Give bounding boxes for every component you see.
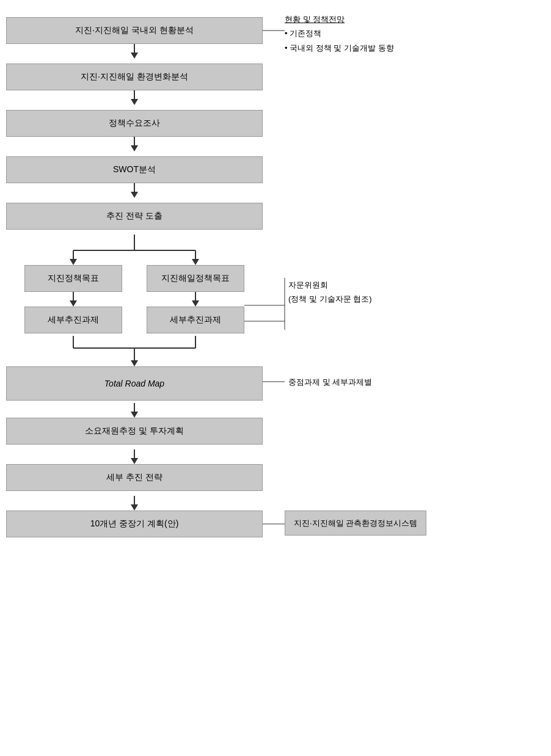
step7b-box: 세부추진과제 — [147, 307, 244, 333]
svg-marker-1 — [131, 53, 138, 59]
ann1-list: 기존정책 국내외 정책 및 기술개발 동향 — [285, 26, 394, 55]
step3-box: 정책수요조사 — [6, 110, 263, 137]
ann1-item1: 기존정책 — [285, 26, 394, 40]
step3-label: 정책수요조사 — [6, 110, 263, 137]
step10-box: 세부 추진 전략 — [6, 464, 263, 491]
step7a-label: 세부추진과제 — [24, 307, 122, 333]
step11-box: 10개년 중장기 계획(안) — [6, 511, 263, 537]
svg-marker-17 — [192, 300, 199, 307]
annotation4: 지진·지진해일 관측환경정보시스템 — [285, 511, 426, 536]
ann1-item2: 국내외 정책 및 기술개발 동향 — [285, 41, 394, 55]
ann3-text: 중점과제 및 세부과제별 — [288, 375, 372, 389]
step6b-box: 지진해일정책목표 — [147, 265, 244, 292]
step9-label: 소요재원추정 및 투자계획 — [6, 418, 263, 445]
step10-label: 세부 추진 전략 — [6, 464, 263, 491]
step7a-box: 세부추진과제 — [24, 307, 122, 333]
step9-box: 소요재원추정 및 투자계획 — [6, 418, 263, 445]
ann2-title: 자문위원회 — [288, 278, 372, 292]
svg-marker-11 — [70, 259, 77, 265]
step4-box: SWOT분석 — [6, 156, 263, 183]
annotation1: 현황 및 정책전망 기존정책 국내외 정책 및 기술개발 동향 — [285, 12, 394, 55]
step5-box: 추진 전략 도출 — [6, 203, 263, 230]
step6a-box: 지진정책목표 — [24, 265, 122, 292]
step5-label: 추진 전략 도출 — [6, 203, 263, 230]
step2-label: 지진·지진해일 환경변화분석 — [6, 64, 263, 90]
step1-box: 지진·지진해일 국내외 현황분석 — [6, 17, 263, 44]
ann4-text: 지진·지진해일 관측환경정보시스템 — [294, 516, 417, 530]
step7b-label: 세부추진과제 — [147, 307, 244, 333]
svg-marker-3 — [131, 99, 138, 105]
step1-label: 지진·지진해일 국내외 현황분석 — [6, 17, 263, 44]
svg-marker-13 — [192, 259, 199, 265]
svg-marker-24 — [131, 412, 138, 418]
step8-box: Total Road Map — [6, 366, 263, 401]
step4-label: SWOT분석 — [6, 156, 263, 183]
step2-box: 지진·지진해일 환경변화분석 — [6, 64, 263, 90]
svg-marker-22 — [131, 360, 138, 366]
svg-marker-28 — [131, 504, 138, 511]
ann1-title: 현황 및 정책전망 — [285, 15, 345, 24]
svg-marker-26 — [131, 458, 138, 464]
annotation3: 중점과제 및 세부과제별 — [288, 375, 372, 389]
svg-marker-7 — [131, 192, 138, 198]
ann2-subtitle: (정책 및 기술자문 협조) — [288, 292, 372, 306]
step11-label: 10개년 중장기 계획(안) — [6, 511, 263, 537]
step6b-label: 지진해일정책목표 — [147, 265, 244, 292]
step8-label: Total Road Map — [6, 366, 263, 401]
annotation2: 자문위원회 (정책 및 기술자문 협조) — [288, 278, 372, 307]
svg-marker-5 — [131, 145, 138, 151]
svg-marker-15 — [70, 300, 77, 307]
diagram-container: 지진·지진해일 국내외 현황분석 지진·지진해일 환경변화분석 정책수요조사 S… — [0, 0, 551, 24]
step6a-label: 지진정책목표 — [24, 265, 122, 292]
